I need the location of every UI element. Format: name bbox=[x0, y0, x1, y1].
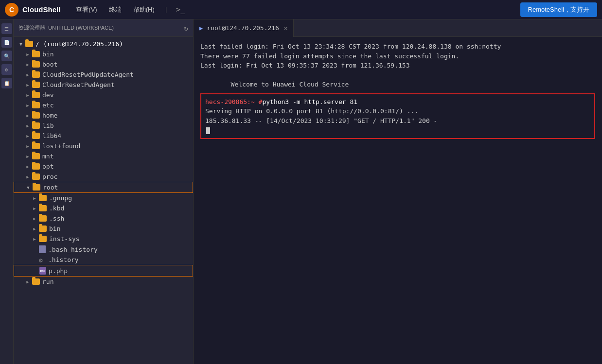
tree-item-home[interactable]: ▶ home bbox=[14, 110, 193, 121]
tree-item-history[interactable]: ▶ ⚙ .history bbox=[14, 255, 193, 265]
tree-root[interactable]: ▼ / (root@124.70.205.216) bbox=[14, 39, 193, 49]
opt-arrow: ▶ bbox=[24, 163, 31, 170]
terminal-panel: ▶ root@124.70.205.216 ✕ Last failed logi… bbox=[194, 19, 602, 364]
php-file-icon: php bbox=[39, 267, 46, 275]
menu-terminal[interactable]: 终端 bbox=[105, 3, 125, 16]
sidebar-icon-3[interactable]: 🔍 bbox=[1, 51, 12, 61]
kbd-arrow: ▶ bbox=[31, 205, 38, 212]
run-label: run bbox=[42, 278, 53, 285]
cloudr-folder-icon bbox=[32, 82, 40, 88]
etc-arrow: ▶ bbox=[24, 102, 31, 109]
bash-history-label: .bash_history bbox=[48, 246, 98, 253]
cloudreset-folder-icon bbox=[32, 71, 40, 78]
tree-item-cloudr[interactable]: ▶ CloudrResetPwdAgent bbox=[14, 80, 193, 90]
lib-label: lib bbox=[42, 122, 53, 129]
tree-item-root-bin[interactable]: ▶ bin bbox=[14, 224, 193, 234]
etc-label: etc bbox=[42, 102, 53, 109]
sidebar-icon-2[interactable]: 📄 bbox=[1, 37, 12, 48]
bin-label: bin bbox=[42, 51, 53, 58]
lib64-label: lib64 bbox=[42, 132, 61, 139]
bin-folder-icon bbox=[32, 51, 40, 57]
lib-folder-icon bbox=[32, 122, 40, 129]
mnt-folder-icon bbox=[32, 153, 40, 159]
term-line-3: Last login: Fri Oct 13 09:35:37 2023 fro… bbox=[200, 61, 595, 70]
tree-item-cloudreset[interactable]: ▶ CloudResetPwdUpdateAgent bbox=[14, 69, 193, 80]
tree-item-mnt[interactable]: ▶ mnt bbox=[14, 151, 193, 161]
lib-arrow: ▶ bbox=[24, 122, 31, 129]
cloudreset-label: CloudResetPwdUpdateAgent bbox=[42, 71, 134, 78]
lost-label: lost+found bbox=[42, 142, 80, 150]
root-dir-arrow: ▼ bbox=[25, 184, 32, 191]
tree-item-bash-history[interactable]: ▶ .bash_history bbox=[14, 244, 193, 255]
home-folder-icon bbox=[32, 112, 40, 119]
lost-folder-icon bbox=[32, 143, 40, 149]
cloudr-label: CloudrResetPwdAgent bbox=[42, 81, 115, 88]
terminal-tab-label: root@124.70.205.216 bbox=[207, 24, 279, 32]
gnupg-folder-icon bbox=[39, 195, 47, 201]
lost-arrow: ▶ bbox=[24, 143, 31, 150]
dev-folder-icon bbox=[32, 92, 40, 98]
inst-sys-folder-icon bbox=[39, 236, 47, 242]
bin-arrow: ▶ bbox=[24, 51, 31, 58]
app-title: CloudShell bbox=[22, 5, 60, 14]
remote-shell-button[interactable]: RemoteShell，支持开 bbox=[520, 2, 597, 17]
tree-item-lib[interactable]: ▶ lib bbox=[14, 121, 193, 131]
ssh-folder-icon bbox=[39, 215, 47, 222]
proc-folder-icon bbox=[32, 173, 40, 180]
root-bin-arrow: ▶ bbox=[31, 225, 38, 232]
tree-item-etc[interactable]: ▶ etc bbox=[14, 100, 193, 110]
tree-item-ssh[interactable]: ▶ .ssh bbox=[14, 213, 193, 224]
file-tree-header: 资源管理器: UNTITLED (WORKSPACE) ↻ bbox=[14, 19, 193, 37]
history-gear-icon: ⚙ bbox=[39, 257, 46, 263]
tree-item-opt[interactable]: ▶ opt bbox=[14, 161, 193, 172]
sidebar-icon-1[interactable]: ☰ bbox=[1, 23, 12, 34]
inst-sys-label: inst-sys bbox=[49, 235, 80, 243]
tree-item-kbd[interactable]: ▶ .kbd bbox=[14, 203, 193, 213]
tree-item-dev[interactable]: ▶ dev bbox=[14, 90, 193, 100]
tree-item-boot[interactable]: ▶ boot bbox=[14, 59, 193, 69]
more-menu-btn[interactable]: >_ bbox=[174, 5, 187, 14]
boot-label: boot bbox=[42, 61, 57, 68]
tree-item-gnupg[interactable]: ▶ .gnupg bbox=[14, 193, 193, 203]
root-bin-label: bin bbox=[49, 225, 60, 232]
term-line-2: There were 77 failed login attempts sinc… bbox=[200, 52, 595, 61]
sidebar-icon-5[interactable]: 📋 bbox=[1, 78, 12, 88]
terminal-content[interactable]: Last failed login: Fri Oct 13 23:34:28 C… bbox=[194, 37, 602, 364]
root-bin-folder-icon bbox=[39, 225, 47, 232]
proc-label: proc bbox=[42, 173, 57, 180]
command-box: hecs-290865:~ # python3 -m http.server 8… bbox=[200, 93, 595, 139]
tree-item-run[interactable]: ▶ run bbox=[14, 277, 193, 287]
root-dir-folder-icon bbox=[33, 184, 40, 191]
kbd-folder-icon bbox=[39, 205, 47, 211]
history-label: .history bbox=[48, 256, 79, 263]
tree-item-pphp[interactable]: ▶ php p.php bbox=[14, 265, 193, 277]
pphp-label: p.php bbox=[49, 267, 68, 275]
prompt-command: python3 -m http.server 81 bbox=[262, 97, 357, 107]
sidebar-icon-4[interactable]: ⚙ bbox=[1, 64, 12, 75]
menu-separator: | bbox=[162, 6, 170, 13]
tree-item-bin[interactable]: ▶ bin bbox=[14, 49, 193, 59]
menu-view[interactable]: 查看(V) bbox=[72, 3, 101, 16]
terminal-tab-icon: ▶ bbox=[199, 25, 203, 32]
tree-item-lost[interactable]: ▶ lost+found bbox=[14, 141, 193, 151]
icon-sidebar: ☰ 📄 🔍 ⚙ 📋 bbox=[0, 19, 14, 364]
cloudreset-arrow: ▶ bbox=[24, 71, 31, 78]
tree-item-inst-sys[interactable]: ▶ inst-sys bbox=[14, 234, 193, 244]
menu-help[interactable]: 帮助(H) bbox=[129, 3, 159, 16]
refresh-icon[interactable]: ↻ bbox=[184, 24, 188, 32]
opt-label: opt bbox=[42, 163, 53, 170]
terminal-tab-close[interactable]: ✕ bbox=[284, 25, 287, 32]
tree-item-proc[interactable]: ▶ proc bbox=[14, 172, 193, 182]
term-line-1: Last failed login: Fri Oct 13 23:34:28 C… bbox=[200, 42, 595, 52]
resource-manager-label: 资源管理器: UNTITLED (WORKSPACE) bbox=[18, 24, 114, 32]
home-label: home bbox=[42, 112, 57, 119]
term-line-4 bbox=[200, 70, 595, 80]
terminal-tab[interactable]: ▶ root@124.70.205.216 ✕ bbox=[194, 19, 294, 37]
file-tree[interactable]: ▼ / (root@124.70.205.216) ▶ bin ▶ boot ▶… bbox=[14, 37, 193, 364]
tree-item-root[interactable]: ▼ root bbox=[14, 182, 193, 193]
tree-item-lib64[interactable]: ▶ lib64 bbox=[14, 131, 193, 141]
prompt-hostname: hecs-290865:~ # bbox=[205, 97, 262, 107]
cmd-output-1: Serving HTTP on 0.0.0.0 port 81 (http://… bbox=[205, 106, 590, 116]
app-logo: C bbox=[5, 3, 18, 17]
mnt-arrow: ▶ bbox=[24, 153, 31, 160]
